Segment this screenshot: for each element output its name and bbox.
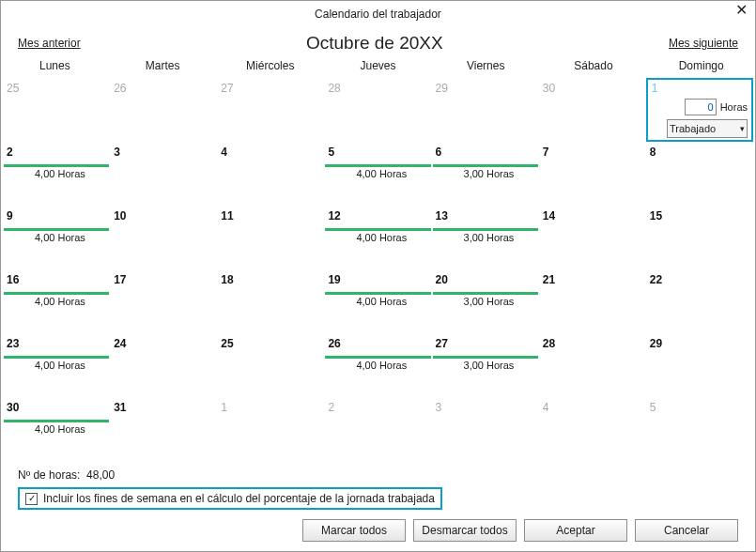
include-weekends-checkbox[interactable]: ✓: [25, 493, 38, 505]
day-hours-label: 3,00 Horas: [464, 296, 533, 307]
calendar-day[interactable]: 25: [3, 78, 110, 142]
month-title: Octubre de 20XX: [306, 33, 443, 54]
calendar-day[interactable]: 164,00 Horas: [3, 269, 110, 333]
calendar-day[interactable]: 31: [110, 397, 217, 461]
calendar-day[interactable]: 4: [539, 397, 646, 461]
calendar-day[interactable]: 26: [110, 78, 217, 142]
calendar-day[interactable]: 1HorasTrabajado▾: [646, 78, 753, 142]
day-number: 28: [328, 82, 425, 95]
day-number: 2: [7, 146, 104, 159]
calendar-day[interactable]: 14: [539, 206, 646, 269]
calendar-day[interactable]: 28: [539, 333, 646, 397]
calendar-day[interactable]: 29: [646, 333, 753, 397]
calendar-day[interactable]: 7: [539, 142, 646, 206]
title-bar: Calendario del trabajador ✕: [1, 1, 755, 27]
cancel-button[interactable]: Cancelar: [635, 519, 738, 542]
day-hours-label: 4,00 Horas: [35, 296, 104, 307]
status-dropdown[interactable]: Trabajado▾: [667, 119, 748, 138]
calendar-day[interactable]: 24,00 Horas: [3, 142, 110, 206]
calendar-day[interactable]: 234,00 Horas: [3, 333, 110, 397]
close-icon[interactable]: ✕: [735, 3, 748, 18]
day-number: 25: [221, 337, 318, 350]
calendar-day[interactable]: 11: [217, 206, 324, 269]
ok-button[interactable]: Aceptar: [524, 519, 627, 542]
calendar-day[interactable]: 27: [217, 78, 324, 142]
day-number: 1: [652, 82, 748, 95]
calendar-day[interactable]: 4: [217, 142, 324, 206]
dow-label: Jueves: [324, 59, 432, 72]
day-number: 8: [650, 146, 748, 159]
calendar-day[interactable]: 3: [432, 397, 539, 461]
calendar-day[interactable]: 2: [324, 397, 431, 461]
worked-indicator: [4, 164, 109, 167]
weekday-header: Lunes Martes Miércoles Jueves Viernes Sá…: [1, 55, 755, 78]
calendar-day[interactable]: 273,00 Horas: [432, 333, 539, 397]
calendar-day[interactable]: 54,00 Horas: [324, 142, 431, 206]
day-number: 30: [543, 82, 640, 95]
total-hours-value: 48,00: [86, 468, 115, 482]
calendar-day[interactable]: 133,00 Horas: [432, 206, 539, 269]
day-number: 9: [7, 209, 104, 222]
hours-input-row: Horas: [685, 99, 748, 115]
day-hours-label: 4,00 Horas: [356, 360, 425, 371]
day-number: 27: [221, 82, 318, 95]
day-number: 4: [221, 146, 318, 159]
calendar-day[interactable]: 94,00 Horas: [3, 206, 110, 269]
calendar-day[interactable]: 63,00 Horas: [432, 142, 539, 206]
day-number: 15: [650, 209, 748, 222]
include-weekends-row[interactable]: ✓ Incluir los fines de semana en el cálc…: [18, 487, 442, 510]
worked-indicator: [4, 420, 109, 422]
calendar-grid: 2526272829301HorasTrabajado▾24,00 Horas3…: [1, 78, 755, 461]
day-number: 29: [650, 337, 748, 350]
day-number: 10: [114, 209, 211, 222]
day-number: 5: [650, 401, 748, 414]
calendar-day[interactable]: 25: [217, 333, 324, 397]
prev-month-link[interactable]: Mes anterior: [18, 37, 81, 50]
day-number: 6: [436, 146, 533, 159]
day-number: 12: [328, 209, 425, 222]
calendar-day[interactable]: 8: [646, 142, 753, 206]
calendar-day[interactable]: 21: [539, 269, 646, 333]
dow-label: Lunes: [1, 59, 109, 72]
calendar-day[interactable]: 18: [217, 269, 324, 333]
day-hours-label: 4,00 Horas: [35, 423, 104, 435]
day-number: 28: [543, 337, 640, 350]
day-hours-label: 4,00 Horas: [35, 360, 104, 371]
calendar-day[interactable]: 15: [646, 206, 753, 269]
dow-label: Sábado: [540, 59, 648, 72]
day-number: 26: [328, 337, 425, 350]
chevron-down-icon: ▾: [740, 124, 745, 133]
worked-indicator: [433, 164, 538, 167]
day-number: 14: [543, 209, 640, 222]
day-number: 2: [328, 401, 425, 414]
calendar-day[interactable]: 22: [646, 269, 753, 333]
worked-indicator: [433, 228, 538, 231]
day-hours-label: 4,00 Horas: [356, 296, 425, 307]
dow-label: Martes: [109, 59, 217, 72]
hours-input[interactable]: [685, 99, 717, 115]
calendar-day[interactable]: 304,00 Horas: [3, 397, 110, 461]
calendar-day[interactable]: 17: [110, 269, 217, 333]
calendar-day[interactable]: 29: [432, 78, 539, 142]
worked-indicator: [325, 356, 430, 359]
calendar-day[interactable]: 5: [646, 397, 753, 461]
unmark-all-button[interactable]: Desmarcar todos: [413, 519, 517, 542]
calendar-day[interactable]: 124,00 Horas: [324, 206, 431, 269]
next-month-link[interactable]: Mes siguiente: [669, 37, 738, 50]
day-number: 16: [7, 273, 104, 286]
worked-indicator: [4, 228, 109, 231]
day-number: 1: [221, 401, 318, 414]
calendar-day[interactable]: 3: [110, 142, 217, 206]
calendar-day[interactable]: 28: [324, 78, 431, 142]
calendar-day[interactable]: 203,00 Horas: [432, 269, 539, 333]
day-hours-label: 3,00 Horas: [464, 360, 533, 371]
mark-all-button[interactable]: Marcar todos: [302, 519, 406, 542]
calendar-day[interactable]: 264,00 Horas: [324, 333, 431, 397]
calendar-day[interactable]: 10: [110, 206, 217, 269]
calendar-day[interactable]: 24: [110, 333, 217, 397]
calendar-day[interactable]: 1: [217, 397, 324, 461]
day-number: 3: [436, 401, 533, 414]
calendar-day[interactable]: 30: [539, 78, 646, 142]
calendar-day[interactable]: 194,00 Horas: [324, 269, 431, 333]
day-number: 29: [436, 82, 533, 95]
